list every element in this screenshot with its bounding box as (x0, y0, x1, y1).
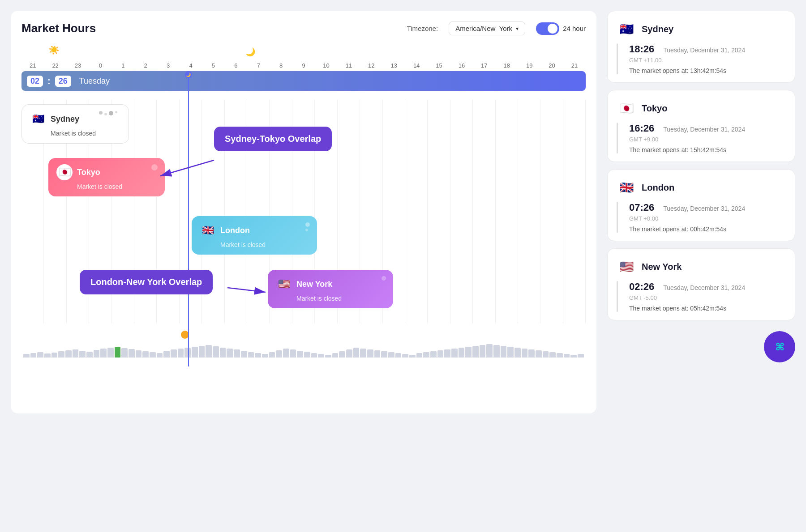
grid-line (473, 100, 495, 323)
bar-item (514, 348, 521, 358)
sidebar-sydney-date: Tuesday, December 31, 2024 (663, 47, 745, 54)
bar-item (459, 348, 465, 358)
time-label-13: 13 (383, 62, 405, 69)
sydney-card[interactable]: 🇦🇺 Sydney Market is closed (21, 104, 129, 144)
time-labels: 2122230123456789101112131415161718192021 (21, 62, 586, 71)
day-bar: 02 : 26 Tuesday (21, 71, 586, 91)
bar-item (318, 354, 324, 358)
timezone-select[interactable]: America/New_York ▾ (449, 21, 525, 35)
timezone-value: America/New_York (455, 25, 512, 32)
bar-item (121, 348, 128, 358)
bar-item (501, 346, 507, 358)
tokyo-flag: 🇯🇵 (56, 164, 73, 180)
time-label-12: 12 (360, 62, 382, 69)
bar-item (437, 350, 444, 358)
bar-item (367, 349, 373, 358)
sydney-flag: 🇦🇺 (30, 111, 46, 127)
bar-item (248, 352, 254, 358)
bar-item (381, 351, 387, 358)
bar-item (570, 355, 577, 358)
current-minute: 26 (55, 76, 71, 87)
time-label-9: 9 (292, 62, 315, 69)
bar-chart (21, 331, 586, 358)
london-card[interactable]: 🇬🇧 London Market is closed (192, 216, 317, 255)
bar-item (283, 349, 289, 358)
24hour-toggle[interactable] (536, 22, 559, 35)
bar-item (86, 352, 93, 358)
newyork-name: New York (296, 280, 332, 289)
bar-item (241, 351, 247, 358)
sidebar-sydney-card: 🇦🇺 Sydney 18:26 Tuesday, December 31, 20… (607, 11, 795, 83)
sidebar-london-gmt: GMT +0.00 (629, 215, 786, 222)
bar-item (353, 348, 360, 358)
sydney-dots (99, 111, 121, 115)
bar-item (79, 351, 86, 358)
bar-item (578, 354, 584, 358)
sidebar-tokyo-flag: 🇯🇵 (617, 98, 636, 118)
bar-item (536, 350, 542, 358)
london-flag: 🇬🇧 (200, 222, 216, 238)
time-label-11: 11 (338, 62, 360, 69)
bar-item (493, 345, 500, 358)
bar-item (129, 349, 135, 358)
bar-item (107, 348, 114, 358)
toggle-container: 24 hour (536, 22, 586, 35)
time-label-21: 21 (563, 62, 586, 69)
london-name: London (220, 226, 250, 235)
bar-item (549, 352, 556, 358)
newyork-card[interactable]: 🇺🇸 New York Market is closed (268, 270, 393, 308)
sidebar-newyork-date: Tuesday, December 31, 2024 (663, 284, 745, 291)
time-label-18: 18 (496, 62, 518, 69)
sidebar-tokyo-date: Tuesday, December 31, 2024 (663, 126, 745, 133)
bar-item (444, 349, 450, 358)
sidebar-london-opens: The market opens at: 00h:42m:54s (629, 226, 786, 233)
grid-line (428, 100, 450, 323)
bar-item (44, 353, 51, 358)
bar-item (276, 350, 282, 358)
sidebar-sydney-divider (617, 43, 618, 74)
bar-item (388, 352, 394, 358)
bar-item (564, 354, 570, 358)
bar-item (206, 345, 212, 358)
bar-item (507, 347, 514, 358)
sydney-tokyo-overlap-label: Sydney-Tokyo Overlap (214, 127, 332, 151)
sun-icon: ☀️ (48, 46, 60, 55)
bar-item (522, 349, 528, 358)
bar-item (213, 346, 219, 358)
time-label-5: 5 (202, 62, 224, 69)
bar-item (290, 349, 296, 358)
chevron-down-icon: ▾ (516, 26, 519, 32)
bar-item (346, 349, 352, 358)
bar-item (557, 353, 563, 358)
sidebar-newyork-flag: 🇺🇸 (617, 257, 636, 277)
sidebar-london-divider (617, 202, 618, 233)
sidebar-tokyo-time: 16:26 (629, 123, 654, 134)
right-panel: 🇦🇺 Sydney 18:26 Tuesday, December 31, 20… (607, 11, 795, 362)
bar-item (374, 350, 381, 358)
sidebar-sydney-opens: The market opens at: 13h:42m:54s (629, 67, 786, 74)
bar-item (142, 351, 149, 358)
bar-item (325, 355, 331, 358)
bar-item (23, 354, 30, 358)
time-label-8: 8 (270, 62, 292, 69)
time-label-17: 17 (473, 62, 495, 69)
time-label-23: 23 (67, 62, 89, 69)
sidebar-newyork-opens: The market opens at: 05h:42m:54s (629, 305, 786, 312)
bar-item (360, 349, 366, 358)
bar-item (402, 354, 408, 358)
time-label-7: 7 (247, 62, 270, 69)
sidebar-sydney-gmt: GMT +11.00 (629, 57, 786, 64)
sidebar-tokyo-name: Tokyo (642, 103, 667, 114)
logo-text: ⌘ (776, 339, 783, 355)
bar-item (416, 353, 423, 358)
grid-line (405, 100, 428, 323)
sidebar-london-name: London (642, 183, 674, 193)
moon-icon: 🌙 (245, 47, 255, 57)
time-label-15: 15 (428, 62, 450, 69)
bar-item (37, 352, 43, 358)
bar-item (65, 350, 72, 358)
bar-item (262, 354, 268, 358)
sidebar-london-date: Tuesday, December 31, 2024 (663, 205, 745, 212)
tokyo-card[interactable]: 🇯🇵 Tokyo Market is closed (48, 158, 165, 196)
sidebar-newyork-card: 🇺🇸 New York 02:26 Tuesday, December 31, … (607, 248, 795, 320)
